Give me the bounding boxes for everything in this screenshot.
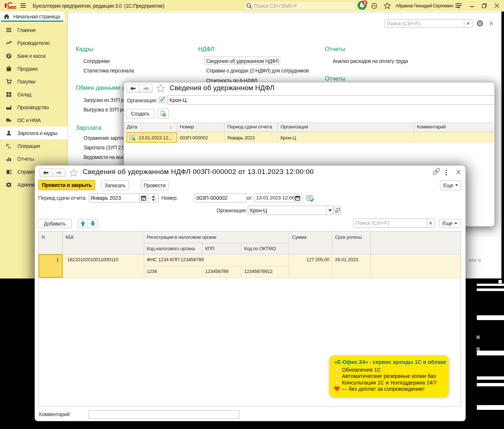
svg-text:Кт: Кт: [8, 146, 11, 149]
svg-text:2: 2: [364, 1, 366, 5]
